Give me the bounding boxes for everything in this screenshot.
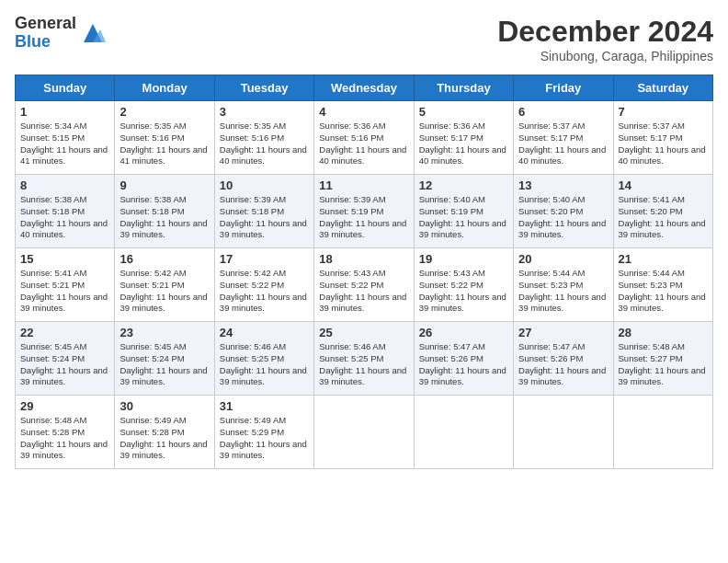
- calendar-cell: 8Sunrise: 5:38 AMSunset: 5:18 PMDaylight…: [16, 175, 115, 248]
- day-info: Sunrise: 5:41 AMSunset: 5:20 PMDaylight:…: [619, 194, 708, 241]
- day-info: Sunrise: 5:49 AMSunset: 5:29 PMDaylight:…: [220, 415, 309, 462]
- calendar-cell: [514, 396, 613, 469]
- day-info: Sunrise: 5:38 AMSunset: 5:18 PMDaylight:…: [119, 194, 209, 241]
- day-number: 4: [319, 105, 408, 119]
- calendar-cell: 25Sunrise: 5:46 AMSunset: 5:25 PMDayligh…: [314, 322, 414, 396]
- calendar-week-2: 8Sunrise: 5:38 AMSunset: 5:18 PMDaylight…: [16, 175, 713, 248]
- calendar-cell: [414, 396, 513, 469]
- day-info: Sunrise: 5:42 AMSunset: 5:21 PMDaylight:…: [119, 268, 209, 315]
- day-number: 14: [619, 178, 708, 192]
- page-header: General Blue December 2024 Sinubong, Car…: [15, 15, 713, 63]
- calendar-cell: 21Sunrise: 5:44 AMSunset: 5:23 PMDayligh…: [613, 248, 712, 322]
- day-info: Sunrise: 5:41 AMSunset: 5:21 PMDaylight:…: [20, 268, 109, 315]
- day-info: Sunrise: 5:35 AMSunset: 5:16 PMDaylight:…: [220, 121, 309, 167]
- calendar-cell: 5Sunrise: 5:36 AMSunset: 5:17 PMDaylight…: [414, 101, 513, 175]
- day-number: 16: [119, 252, 209, 266]
- day-info: Sunrise: 5:36 AMSunset: 5:17 PMDaylight:…: [419, 121, 508, 167]
- day-number: 3: [220, 105, 309, 119]
- day-number: 7: [619, 105, 708, 119]
- logo-blue-text: Blue: [15, 33, 76, 52]
- calendar-cell: 7Sunrise: 5:37 AMSunset: 5:17 PMDaylight…: [613, 101, 712, 175]
- day-info: Sunrise: 5:47 AMSunset: 5:26 PMDaylight:…: [419, 341, 508, 388]
- day-number: 29: [20, 399, 109, 413]
- day-info: Sunrise: 5:38 AMSunset: 5:18 PMDaylight:…: [20, 194, 109, 241]
- calendar-cell: 31Sunrise: 5:49 AMSunset: 5:29 PMDayligh…: [214, 396, 313, 469]
- day-number: 1: [20, 105, 109, 119]
- day-info: Sunrise: 5:45 AMSunset: 5:24 PMDaylight:…: [119, 341, 209, 388]
- day-number: 11: [319, 178, 408, 192]
- day-number: 26: [419, 326, 508, 339]
- day-info: Sunrise: 5:44 AMSunset: 5:23 PMDaylight:…: [518, 268, 608, 315]
- calendar-cell: 24Sunrise: 5:46 AMSunset: 5:25 PMDayligh…: [214, 322, 313, 396]
- calendar-cell: 14Sunrise: 5:41 AMSunset: 5:20 PMDayligh…: [613, 175, 712, 248]
- month-title: December 2024: [497, 15, 713, 49]
- weekday-header-row: SundayMondayTuesdayWednesdayThursdayFrid…: [16, 75, 713, 101]
- calendar-cell: 22Sunrise: 5:45 AMSunset: 5:24 PMDayligh…: [16, 322, 115, 396]
- calendar-cell: [314, 396, 414, 469]
- calendar-week-1: 1Sunrise: 5:34 AMSunset: 5:15 PMDaylight…: [16, 101, 713, 175]
- day-info: Sunrise: 5:40 AMSunset: 5:20 PMDaylight:…: [518, 194, 608, 241]
- day-number: 21: [619, 252, 708, 266]
- calendar-cell: 23Sunrise: 5:45 AMSunset: 5:24 PMDayligh…: [115, 322, 214, 396]
- calendar-cell: 9Sunrise: 5:38 AMSunset: 5:18 PMDaylight…: [115, 175, 214, 248]
- day-info: Sunrise: 5:40 AMSunset: 5:19 PMDaylight:…: [419, 194, 508, 241]
- day-info: Sunrise: 5:44 AMSunset: 5:23 PMDaylight:…: [619, 268, 708, 315]
- day-number: 13: [518, 178, 608, 192]
- day-info: Sunrise: 5:37 AMSunset: 5:17 PMDaylight:…: [619, 121, 708, 167]
- day-info: Sunrise: 5:46 AMSunset: 5:25 PMDaylight:…: [220, 341, 309, 388]
- day-number: 2: [119, 105, 209, 119]
- location-subtitle: Sinubong, Caraga, Philippines: [497, 49, 713, 63]
- weekday-header-thursday: Thursday: [414, 75, 513, 101]
- day-number: 20: [518, 252, 608, 266]
- calendar-cell: 4Sunrise: 5:36 AMSunset: 5:16 PMDaylight…: [314, 101, 414, 175]
- calendar-cell: 13Sunrise: 5:40 AMSunset: 5:20 PMDayligh…: [514, 175, 613, 248]
- day-info: Sunrise: 5:45 AMSunset: 5:24 PMDaylight:…: [20, 341, 109, 388]
- day-info: Sunrise: 5:37 AMSunset: 5:17 PMDaylight:…: [518, 121, 608, 167]
- title-block: December 2024 Sinubong, Caraga, Philippi…: [497, 15, 713, 63]
- day-number: 12: [419, 178, 508, 192]
- day-number: 6: [518, 105, 608, 119]
- day-number: 25: [319, 326, 408, 339]
- calendar-cell: [613, 396, 712, 469]
- calendar-cell: 19Sunrise: 5:43 AMSunset: 5:22 PMDayligh…: [414, 248, 513, 322]
- weekday-header-tuesday: Tuesday: [214, 75, 313, 101]
- calendar-cell: 1Sunrise: 5:34 AMSunset: 5:15 PMDaylight…: [16, 101, 115, 175]
- day-number: 15: [20, 252, 109, 266]
- day-info: Sunrise: 5:49 AMSunset: 5:28 PMDaylight:…: [119, 415, 209, 462]
- day-number: 17: [220, 252, 309, 266]
- calendar-cell: 28Sunrise: 5:48 AMSunset: 5:27 PMDayligh…: [613, 322, 712, 396]
- calendar-cell: 29Sunrise: 5:48 AMSunset: 5:28 PMDayligh…: [16, 396, 115, 469]
- calendar-cell: 16Sunrise: 5:42 AMSunset: 5:21 PMDayligh…: [115, 248, 214, 322]
- calendar-cell: 26Sunrise: 5:47 AMSunset: 5:26 PMDayligh…: [414, 322, 513, 396]
- weekday-header-sunday: Sunday: [16, 75, 115, 101]
- day-number: 5: [419, 105, 508, 119]
- day-number: 27: [518, 326, 608, 339]
- calendar-cell: 2Sunrise: 5:35 AMSunset: 5:16 PMDaylight…: [115, 101, 214, 175]
- logo-general-text: General: [15, 15, 76, 33]
- calendar-week-4: 22Sunrise: 5:45 AMSunset: 5:24 PMDayligh…: [16, 322, 713, 396]
- day-info: Sunrise: 5:43 AMSunset: 5:22 PMDaylight:…: [419, 268, 508, 315]
- day-info: Sunrise: 5:47 AMSunset: 5:26 PMDaylight:…: [518, 341, 608, 388]
- day-info: Sunrise: 5:48 AMSunset: 5:28 PMDaylight:…: [20, 415, 109, 462]
- calendar-week-5: 29Sunrise: 5:48 AMSunset: 5:28 PMDayligh…: [16, 396, 713, 469]
- day-number: 31: [220, 399, 309, 413]
- calendar-cell: 27Sunrise: 5:47 AMSunset: 5:26 PMDayligh…: [514, 322, 613, 396]
- calendar-cell: 12Sunrise: 5:40 AMSunset: 5:19 PMDayligh…: [414, 175, 513, 248]
- day-info: Sunrise: 5:36 AMSunset: 5:16 PMDaylight:…: [319, 121, 408, 167]
- day-number: 24: [220, 326, 309, 339]
- calendar-cell: 30Sunrise: 5:49 AMSunset: 5:28 PMDayligh…: [115, 396, 214, 469]
- day-info: Sunrise: 5:35 AMSunset: 5:16 PMDaylight:…: [119, 121, 209, 167]
- day-info: Sunrise: 5:46 AMSunset: 5:25 PMDaylight:…: [319, 341, 408, 388]
- calendar-cell: 17Sunrise: 5:42 AMSunset: 5:22 PMDayligh…: [214, 248, 313, 322]
- day-number: 8: [20, 178, 109, 192]
- weekday-header-wednesday: Wednesday: [314, 75, 414, 101]
- day-info: Sunrise: 5:39 AMSunset: 5:18 PMDaylight:…: [220, 194, 309, 241]
- day-info: Sunrise: 5:48 AMSunset: 5:27 PMDaylight:…: [619, 341, 708, 388]
- calendar-cell: 3Sunrise: 5:35 AMSunset: 5:16 PMDaylight…: [214, 101, 313, 175]
- calendar-cell: 18Sunrise: 5:43 AMSunset: 5:22 PMDayligh…: [314, 248, 414, 322]
- weekday-header-saturday: Saturday: [613, 75, 712, 101]
- day-number: 23: [119, 326, 209, 339]
- calendar-cell: 6Sunrise: 5:37 AMSunset: 5:17 PMDaylight…: [514, 101, 613, 175]
- day-number: 18: [319, 252, 408, 266]
- calendar-table: SundayMondayTuesdayWednesdayThursdayFrid…: [15, 75, 713, 469]
